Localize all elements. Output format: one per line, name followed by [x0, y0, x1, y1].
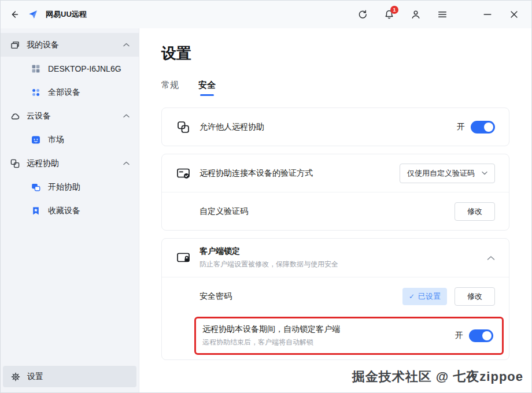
setting-label: 远程协助本设备期间，自动锁定客户端	[202, 324, 340, 335]
password-set-badge: ✓ 已设置	[402, 288, 447, 305]
setting-label: 安全密码	[200, 291, 232, 302]
sidebar-settings-item[interactable]: 设置	[3, 366, 136, 387]
page-title: 设置	[161, 43, 509, 64]
card-lock-icon	[176, 250, 191, 265]
setting-label: 远程协助连接本设备的验证方式	[200, 168, 313, 179]
cloud-icon	[10, 111, 20, 121]
card-allow-assist: 允许他人远程协助 开	[161, 107, 509, 146]
allow-assist-toggle[interactable]	[471, 121, 495, 134]
all-devices-dots-icon	[31, 87, 41, 98]
row-allow-assist: 允许他人远程协助 开	[162, 108, 509, 146]
modify-code-button[interactable]: 修改	[455, 202, 495, 221]
sidebar-item-label: 开始协助	[48, 182, 80, 192]
modify-password-button[interactable]: 修改	[455, 287, 495, 306]
sidebar-group-label: 我的设备	[27, 40, 59, 50]
chevron-up-icon	[123, 161, 130, 165]
badge-label: 已设置	[418, 291, 441, 302]
card-verification: 远程协助连接本设备的验证方式 仅使用自定义验证码 自定义验证码	[161, 154, 509, 231]
start-assist-icon	[31, 182, 41, 192]
sidebar-item-label: 收藏设备	[48, 206, 80, 216]
settings-tabs: 常规 安全	[161, 80, 509, 96]
row-verify-method: 远程协助连接本设备的验证方式 仅使用自定义验证码	[162, 154, 509, 192]
auto-lock-toggle[interactable]	[469, 329, 493, 342]
menu-icon[interactable]	[437, 9, 448, 20]
sidebar: 我的设备 DESKTOP-I6JNL6G 全部设备	[1, 28, 139, 392]
app-title: 网易UU远程	[46, 9, 87, 20]
titlebar-left: 网易UU远程	[9, 9, 87, 20]
app-window: 网易UU远程 1	[0, 0, 532, 393]
toggle-state-label: 开	[455, 331, 463, 341]
setting-title: 客户端锁定	[200, 246, 338, 257]
check-icon: ✓	[409, 292, 415, 301]
sidebar-item-label: DESKTOP-I6JNL6G	[48, 64, 121, 73]
toggle-knob	[482, 331, 492, 340]
sidebar-item-label: 市场	[48, 135, 64, 145]
favorite-bookmark-icon	[31, 206, 41, 216]
sidebar-item-favorite-devices[interactable]: 收藏设备	[1, 199, 139, 223]
sidebar-group-label: 云设备	[27, 111, 51, 121]
minimize-button[interactable]	[482, 9, 493, 20]
notifications-bell-icon[interactable]: 1	[383, 9, 395, 20]
chevron-up-icon	[123, 114, 130, 118]
window-body: 我的设备 DESKTOP-I6JNL6G 全部设备	[1, 28, 531, 392]
setting-subtitle: 防止客户端设置被修改，保障数据与使用安全	[200, 259, 338, 269]
setting-label: 自定义验证码	[200, 206, 248, 217]
account-icon[interactable]	[410, 9, 422, 20]
sidebar-item-desktop[interactable]: DESKTOP-I6JNL6G	[1, 57, 139, 80]
chevron-up-icon	[123, 43, 130, 47]
settings-page: 设置 常规 安全 允许他人远程协助 开	[139, 28, 531, 392]
watermark-text: 掘金技术社区 @ 七夜zippoe	[352, 368, 523, 385]
share-screen-icon	[176, 120, 191, 135]
remote-assist-icon	[10, 158, 20, 169]
dropdown-value: 仅使用自定义验证码	[407, 168, 475, 179]
close-button[interactable]	[508, 9, 520, 20]
gear-icon	[10, 372, 21, 382]
sidebar-group-remote-assist[interactable]: 远程协助	[1, 151, 139, 175]
sidebar-group-cloud-devices[interactable]: 云设备	[1, 104, 139, 128]
client-lock-texts: 客户端锁定 防止客户端设置被修改，保障数据与使用安全	[200, 246, 338, 269]
tab-security[interactable]: 安全	[198, 80, 216, 96]
notification-badge: 1	[390, 6, 398, 14]
sidebar-item-label: 全部设备	[48, 87, 80, 98]
refresh-icon[interactable]	[357, 9, 368, 20]
titlebar-actions: 1	[357, 9, 520, 20]
sidebar-settings-label: 设置	[27, 372, 43, 382]
computer-grid-icon	[31, 64, 41, 74]
verify-method-dropdown[interactable]: 仅使用自定义验证码	[400, 164, 495, 183]
sidebar-item-all-devices[interactable]: 全部设备	[1, 80, 139, 104]
sidebar-group-my-devices[interactable]: 我的设备	[1, 33, 139, 57]
devices-icon	[10, 40, 20, 50]
card-client-lock: 客户端锁定 防止客户端设置被修改，保障数据与使用安全 安全密码 ✓	[161, 238, 509, 360]
setting-label: 允许他人远程协助	[200, 122, 264, 132]
sidebar-item-market[interactable]: 市场	[1, 128, 139, 151]
collapse-chevron-up-icon[interactable]	[487, 255, 495, 261]
row-custom-code: 自定义验证码 修改	[162, 192, 509, 230]
toggle-state-label: 开	[457, 122, 465, 132]
setting-subtitle: 远程协助结束后，客户端将自动解锁	[202, 338, 340, 347]
app-logo-icon	[27, 9, 39, 20]
titlebar: 网易UU远程 1	[1, 1, 531, 28]
row-auto-lock-highlighted: 远程协助本设备期间，自动锁定客户端 远程协助结束后，客户端将自动解锁 开	[194, 317, 504, 355]
auto-lock-texts: 远程协助本设备期间，自动锁定客户端 远程协助结束后，客户端将自动解锁	[202, 324, 340, 347]
row-client-lock-header: 客户端锁定 防止客户端设置被修改，保障数据与使用安全	[162, 239, 509, 277]
toggle-knob	[484, 123, 493, 132]
sidebar-item-start-assist[interactable]: 开始协助	[1, 175, 139, 199]
settings-list: 允许他人远程协助 开 远程协助连接本设备的验证方式	[161, 107, 509, 360]
tab-general[interactable]: 常规	[161, 80, 179, 96]
chevron-down-icon	[482, 171, 487, 175]
row-security-password: 安全密码 ✓ 已设置 修改	[162, 277, 509, 315]
market-face-icon	[31, 135, 41, 145]
id-card-check-icon	[176, 166, 191, 181]
back-button[interactable]	[9, 9, 20, 20]
sidebar-group-label: 远程协助	[27, 158, 59, 169]
